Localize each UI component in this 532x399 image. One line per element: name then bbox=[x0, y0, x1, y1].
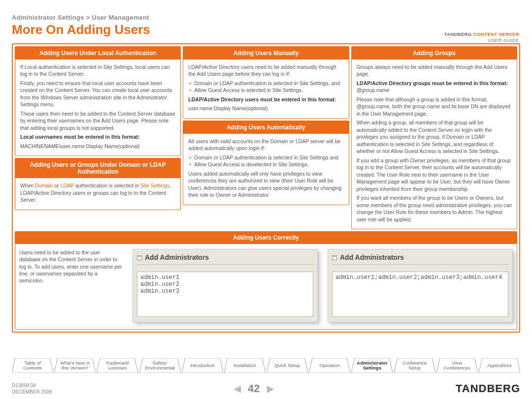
list-item: Domain or LDAP authentication is selecte… bbox=[194, 80, 343, 87]
module-heading: Adding Groups bbox=[352, 47, 517, 60]
example-panel-title: Add Administrators bbox=[332, 253, 508, 265]
body-text: If you add a group with Owner privileges… bbox=[357, 157, 512, 192]
doc-meta: D13898.04 DECEMBER 2006 bbox=[12, 382, 52, 395]
section-bar-adding-correctly: Adding Users Correctly bbox=[15, 231, 517, 244]
footer-tab[interactable]: Safety/ Environmental bbox=[139, 358, 181, 373]
footer-tab[interactable]: Introduction bbox=[182, 358, 223, 373]
example-panel-1: Add Administrators bbox=[133, 249, 318, 322]
body-text: If you want all members of the group to … bbox=[357, 194, 512, 223]
collapse-icon bbox=[332, 255, 337, 260]
body-text-bold: LDAP/Active Directory users must be ente… bbox=[188, 96, 343, 103]
module-heading: Adding Users Under Local Authentication bbox=[15, 47, 180, 60]
footer-tab[interactable]: Conference Setup bbox=[394, 358, 435, 373]
body-text: When Domain or LDAP authentication is se… bbox=[20, 182, 175, 203]
module-adding-automatically: Adding Users Automatically All users wit… bbox=[183, 121, 349, 205]
footer-tab[interactable]: Trademark/ Licenses bbox=[97, 358, 138, 373]
body-text: LDAP/Active Directory groups must be ent… bbox=[357, 80, 512, 94]
content-frame: Adding Users Under Local Authentication … bbox=[12, 43, 520, 333]
body-text-bold: Local usernames must be entered in this … bbox=[20, 133, 175, 140]
example-panel-2: Add Administrators bbox=[328, 249, 513, 322]
footer-tab[interactable]: Administrator Settings bbox=[351, 358, 393, 373]
footer-tab[interactable]: Appendices bbox=[479, 358, 520, 373]
list-item: Allow Guest Access is deselected in Site… bbox=[194, 161, 343, 168]
body-text: These users then need to be added to the… bbox=[20, 110, 175, 131]
footer-tab[interactable]: Quick Setup bbox=[266, 358, 308, 373]
body-text: MACHINENAME\user.name:Display Name(optio… bbox=[20, 143, 175, 150]
module-local-auth: Adding Users Under Local Authentication … bbox=[15, 46, 181, 156]
page-number: 42 bbox=[248, 382, 260, 395]
body-text: When adding a group, all members of that… bbox=[357, 119, 512, 154]
body-text: Groups always need to be added manually … bbox=[357, 63, 512, 78]
pager: ◀ 42 ▶ bbox=[234, 382, 273, 395]
body-text: LDAP/Active Directory users need to be a… bbox=[188, 63, 343, 78]
body-text: All users with valid accounts on the Dom… bbox=[188, 138, 343, 152]
next-page-icon[interactable]: ▶ bbox=[267, 383, 274, 394]
body-text: Users added automatically will only have… bbox=[188, 170, 343, 199]
body-text: Users need to be added to the user datab… bbox=[19, 249, 123, 322]
example-textarea-2[interactable] bbox=[332, 272, 508, 317]
module-heading: Adding Users Manually bbox=[183, 47, 348, 60]
prev-page-icon[interactable]: ◀ bbox=[234, 383, 241, 394]
breadcrumb: Administrator Settings > User Management bbox=[12, 14, 520, 21]
body-text: If Local authentication is selected in S… bbox=[20, 63, 175, 78]
list-item: Domain or LDAP authentication is selecte… bbox=[194, 154, 343, 161]
footer-tab[interactable]: What's New in this Version? bbox=[54, 358, 96, 373]
list-item: Allow Guest Access is selected in Site S… bbox=[194, 87, 343, 93]
footer-tab[interactable]: Table of Contents bbox=[12, 358, 53, 373]
body-text: Firstly, you need to ensure that local u… bbox=[20, 80, 175, 108]
module-adding-manually: Adding Users Manually LDAP/Active Direct… bbox=[183, 46, 349, 119]
example-textarea-1[interactable] bbox=[137, 272, 313, 317]
collapse-icon bbox=[137, 255, 142, 260]
module-adding-groups: Adding Groups Groups always need to be a… bbox=[351, 46, 517, 229]
footer-tab[interactable]: View Conferences bbox=[436, 358, 478, 373]
footer-tab[interactable]: Operation bbox=[309, 358, 350, 373]
footer-tabs: Table of ContentsWhat's New in this Vers… bbox=[12, 358, 520, 373]
product-label: TANDBERG CONTENT SERVER USER GUIDE bbox=[444, 31, 519, 44]
module-domain-ldap-auth: Adding Users or Groups Under Domain or L… bbox=[15, 158, 181, 210]
body-text: user.name:Display Name(optional) bbox=[188, 105, 343, 112]
body-text: Please note that although a group is add… bbox=[357, 96, 512, 117]
footer-tab[interactable]: Installation bbox=[224, 358, 266, 373]
module-heading: Adding Users or Groups Under Domain or L… bbox=[15, 158, 180, 178]
module-heading: Adding Users Automatically bbox=[183, 121, 348, 134]
example-panel-title: Add Administrators bbox=[137, 253, 313, 265]
brand-logo: TANDBERG bbox=[456, 382, 520, 395]
